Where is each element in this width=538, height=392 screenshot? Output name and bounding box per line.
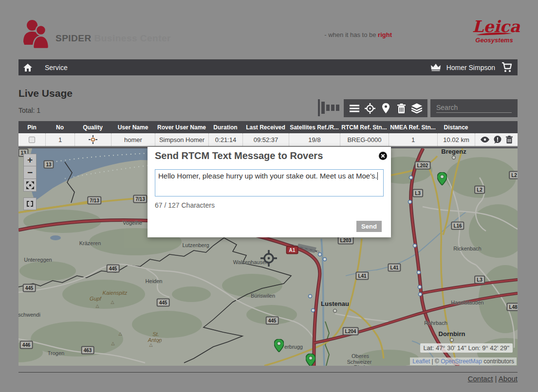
logged-in-user[interactable]: Homer Simpson [446,64,495,71]
dialog-title: Send RTCM Text Message to Rovers [155,150,323,161]
search-input[interactable] [436,102,512,113]
satellites-cell: 19/8 [289,133,340,146]
send-button[interactable]: Send [356,221,382,232]
actions-cell [475,133,518,146]
col-actions [475,121,518,133]
eye-icon[interactable] [481,137,489,143]
zoom-out-button[interactable]: − [23,166,37,179]
target-icon[interactable] [365,103,375,114]
rover-user-name-cell: Simpson Homer [155,133,208,146]
col-rtcm-ref[interactable]: RTCM Ref. Stn... [340,121,389,133]
mouse-position-readout: Lat: 47° 30' 14" Lon: 9° 42' 29" [420,343,513,353]
col-duration[interactable]: Duration [208,121,242,133]
user-name-cell: homer [111,133,155,146]
rover-marker-icon[interactable] [437,172,447,185]
col-no[interactable]: No [45,121,74,133]
map-attribution: Leaflet | © OpenStreetMap contributors [410,357,517,365]
reference-station-icon[interactable] [260,250,277,267]
text-caret [377,172,378,180]
pin-cell [19,133,45,146]
character-counter: 67 / 127 Characters [155,201,215,209]
app-title: SPIDER Business Center [56,33,171,44]
table-row: 1 homer Simpson Homer 0:21:14 09:52:37 1… [19,133,518,146]
bar-chart-icon[interactable] [318,98,339,117]
zoom-in-button[interactable]: + [23,154,37,166]
home-icon[interactable] [23,64,32,71]
close-icon[interactable] [379,152,387,160]
col-last-received[interactable]: Last Received [242,121,289,133]
pin-checkbox[interactable] [29,137,35,143]
last-received-cell: 09:52:37 [242,133,289,146]
rover-marker-icon[interactable] [306,354,315,366]
message-textarea[interactable]: Hello Homer, please hurry up with your s… [155,169,384,196]
gps-fix-icon [88,135,98,144]
fullscreen-icon [26,181,34,189]
box-zoom-button[interactable] [23,197,37,210]
col-nmea-ref[interactable]: NMEA Ref. Stn... [389,121,437,133]
no-cell: 1 [45,133,74,146]
zoom-controls: + − [23,154,37,192]
table-header-row: Pin No Quality User Name Rover User Name… [19,121,518,133]
spider-people-logo-icon [21,19,51,50]
message-exclamation-icon[interactable] [494,136,501,143]
footer-divider [19,372,518,373]
col-pin[interactable]: Pin [19,121,45,133]
leica-logo: Leica Geosystems [472,18,516,44]
total-count: Total: 1 [19,107,40,114]
search-box [430,99,518,117]
contact-link[interactable]: Contact [468,374,493,383]
col-quality[interactable]: Quality [74,121,111,133]
fullscreen-button[interactable] [23,179,37,192]
quality-cell [74,133,111,146]
about-link[interactable]: About [499,374,518,383]
rover-marker-icon[interactable] [274,339,284,352]
box-zoom-icon [27,201,33,207]
nmea-ref-cell: 1 [389,133,437,146]
col-user-name[interactable]: User Name [111,121,155,133]
trash-icon[interactable] [396,103,407,114]
main-nav: Service Homer Simpson [19,59,518,75]
send-rtcm-dialog: Send RTCM Text Message to Rovers Hello H… [148,147,391,237]
leaflet-link[interactable]: Leaflet [412,358,430,365]
col-distance[interactable]: Distance [437,121,475,133]
rtcm-ref-cell: BREG-0000 [340,133,389,146]
shopping-cart-icon[interactable] [501,62,513,72]
distance-cell: 10.02 km [437,133,475,146]
footer-links: Contact | About [468,374,518,383]
trash-icon[interactable] [506,136,513,143]
live-usage-table: Pin No Quality User Name Rover User Name… [19,121,518,146]
leica-tagline: - when it has to be right [324,31,392,38]
page-title: Live Usage [19,88,73,99]
menu-icon[interactable] [349,103,360,114]
osm-link[interactable]: OpenStreetMap [441,358,482,365]
map-toolbar [344,99,427,117]
layers-icon[interactable] [411,103,422,114]
app-header: SPIDER Business Center - when it has to … [0,0,538,58]
duration-cell: 0:21:14 [208,133,242,146]
crown-icon [431,64,441,71]
col-rover-user-name[interactable]: Rover User Name [155,121,208,133]
col-satellites[interactable]: Satellites Ref./R... [289,121,340,133]
nav-item-service[interactable]: Service [45,64,68,71]
map-pin-icon[interactable] [380,103,391,114]
